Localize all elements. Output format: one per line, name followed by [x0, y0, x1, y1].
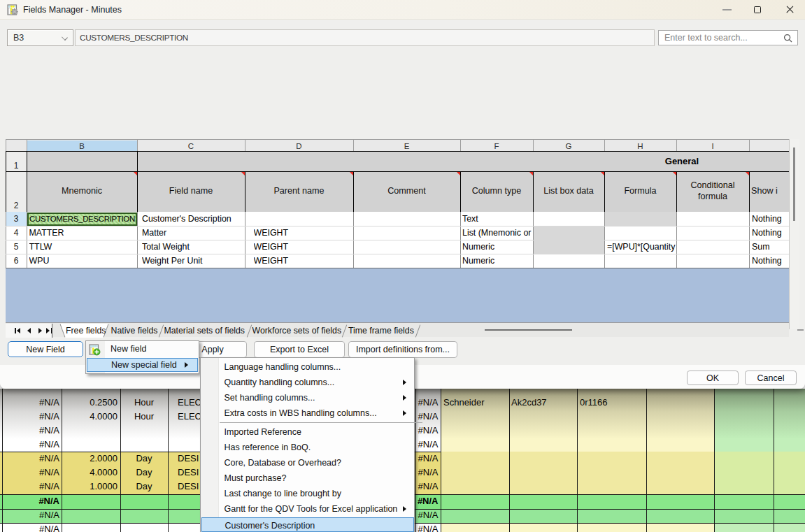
- grid-cell[interactable]: Customer's Description: [142, 212, 244, 226]
- import-definitions-button[interactable]: Import definitions from...: [348, 341, 457, 358]
- grid-empty-area: [6, 268, 789, 322]
- cell-reference-combobox[interactable]: B3: [7, 29, 73, 46]
- sheet-cell[interactable]: #N/A: [414, 508, 439, 522]
- column-header-E[interactable]: E: [353, 141, 460, 152]
- sheet-cell[interactable]: Day: [120, 480, 168, 494]
- sheet-cell[interactable]: 2.0000: [62, 452, 117, 466]
- grid-line: [6, 254, 789, 254]
- grid-cell[interactable]: Matter: [142, 226, 244, 240]
- grid-cell[interactable]: Text: [462, 212, 533, 226]
- column-header-C[interactable]: C: [137, 141, 245, 152]
- submenu-item-has-reference-in-boq[interactable]: Has reference in BoQ.: [201, 440, 413, 455]
- grid-cell[interactable]: Sum: [752, 240, 787, 254]
- sheet-cell[interactable]: #N/A: [414, 480, 439, 494]
- sheet-cell[interactable]: #N/A: [414, 466, 439, 480]
- tab-workforce-sets-of-fields[interactable]: Workforce sets of fields: [252, 324, 342, 338]
- tab-free-fields[interactable]: Free fields: [66, 324, 106, 338]
- sheet-row-band: [577, 494, 646, 509]
- menu-item-new-field[interactable]: New field: [86, 341, 199, 358]
- field-column-header: List box data: [533, 171, 604, 212]
- sheet-cell[interactable]: #N/A: [2, 508, 59, 522]
- submenu-item-last-change-to-line-brought-by[interactable]: Last change to line brought by: [201, 486, 413, 501]
- grid-cell[interactable]: TTLW: [29, 240, 136, 254]
- sheet-cell[interactable]: #N/A: [2, 522, 59, 532]
- new-field-context-menu: New field New special field: [85, 340, 199, 374]
- cancel-button[interactable]: Cancel: [745, 371, 797, 385]
- tab-time-frame-fields[interactable]: Time frame fields: [348, 324, 414, 338]
- close-button[interactable]: [782, 0, 797, 20]
- vertical-scrollbar-thumb[interactable]: [793, 148, 795, 221]
- submenu-item-set-handling-columns[interactable]: Set handling columns...: [201, 390, 413, 405]
- sheet-cell[interactable]: #N/A: [2, 452, 59, 466]
- sheet-cell[interactable]: 1.0000: [62, 480, 117, 494]
- sheet-cell[interactable]: #N/A: [414, 494, 439, 508]
- minimize-icon: [722, 9, 732, 10]
- submenu-item-language-handling-columns[interactable]: Language handling columns...: [201, 359, 413, 375]
- submenu-item-customer-s-description[interactable]: Customer's Description: [201, 517, 414, 532]
- tab-native-fields[interactable]: Native fields: [111, 324, 158, 338]
- sheet-cell[interactable]: Day: [120, 452, 168, 466]
- row-header-1[interactable]: 1: [6, 151, 27, 171]
- submenu-item-imported-reference[interactable]: Imported Reference: [201, 424, 413, 440]
- grid-cell[interactable]: WEIGHT: [254, 240, 352, 254]
- column-header-G[interactable]: G: [533, 141, 604, 152]
- grid-cell[interactable]: Nothing: [752, 226, 787, 240]
- selected-cell-b3[interactable]: CUSTOMERS_DESCRIPTION: [27, 213, 137, 227]
- sheet-row-band: [509, 494, 578, 509]
- row-header-2[interactable]: 2: [6, 171, 27, 212]
- column-header-H[interactable]: H: [604, 141, 676, 152]
- menu-item-new-special-field[interactable]: New special field: [87, 358, 198, 373]
- group-header-general: General: [612, 151, 752, 171]
- sheet-cell[interactable]: Day: [120, 466, 168, 480]
- row-header-6[interactable]: 6: [6, 254, 27, 268]
- search-input[interactable]: Enter text to search...: [658, 30, 798, 45]
- sheet-cell[interactable]: #N/A: [2, 466, 59, 480]
- column-header-F[interactable]: F: [460, 141, 533, 152]
- grid-cell[interactable]: Total Weight: [142, 240, 244, 254]
- menu-item-label: New field: [111, 341, 146, 358]
- submenu-item-must-purchase[interactable]: Must purchase?: [201, 470, 413, 486]
- submenu-item-core-database-or-overhead[interactable]: Core, Database or Overhead?: [201, 455, 413, 470]
- sheet-cell[interactable]: #N/A: [414, 452, 439, 466]
- grid-cell[interactable]: Nothing: [752, 212, 787, 226]
- formula-bar[interactable]: CUSTOMERS_DESCRIPTION: [75, 29, 655, 46]
- sheet-row-band: [577, 452, 646, 494]
- sheet-cell[interactable]: #N/A: [414, 438, 439, 452]
- sheet-cell[interactable]: #N/A: [414, 522, 439, 532]
- ok-button[interactable]: OK: [687, 371, 739, 385]
- grid-cell[interactable]: Nothing: [752, 254, 787, 268]
- sheet-cell[interactable]: #N/A: [2, 494, 59, 508]
- grid-cell[interactable]: MATTER: [29, 226, 136, 240]
- tab-navigation-buttons[interactable]: [6, 324, 52, 338]
- minimize-button[interactable]: [720, 0, 734, 20]
- grid-cell[interactable]: WEIGHT: [254, 226, 352, 240]
- grid-cell[interactable]: =[WPU]*[Quantity: [607, 240, 676, 254]
- column-header-I[interactable]: I: [676, 141, 749, 152]
- tab-material-sets-of-fields[interactable]: Material sets of fields: [164, 324, 245, 338]
- row-header-5[interactable]: 5: [6, 240, 27, 254]
- vertical-scrollbar[interactable]: [789, 139, 799, 329]
- submenu-item-quantity-handling-columns[interactable]: Quantity handling columns...: [201, 375, 413, 390]
- sheet-cell[interactable]: 4.0000: [62, 466, 117, 480]
- grid-cell[interactable]: List (Mnemonic or: [462, 226, 533, 240]
- grid-cell[interactable]: Numeric: [462, 240, 533, 254]
- column-header-D[interactable]: D: [245, 141, 353, 152]
- column-header-B[interactable]: B: [27, 141, 137, 152]
- sheet-cell[interactable]: #N/A: [2, 438, 59, 452]
- row-header-4[interactable]: 4: [6, 226, 27, 240]
- new-field-button[interactable]: New Field: [8, 341, 83, 357]
- submenu-item-gantt-for-the-qdv-tools-for-excel-application[interactable]: Gantt for the QDV Tools for Excel applic…: [201, 501, 413, 517]
- grid-line: [533, 171, 534, 212]
- horizontal-scrollbar-thumb[interactable]: [485, 329, 572, 331]
- export-to-excel-button[interactable]: Export to Excel: [254, 341, 345, 358]
- grid-cell[interactable]: WEIGHT: [254, 254, 352, 268]
- maximize-button[interactable]: [750, 0, 764, 20]
- sheet-cell[interactable]: #N/A: [2, 480, 59, 494]
- row-header-3[interactable]: 3: [6, 212, 27, 226]
- field-column-header: Mnemonic: [27, 171, 137, 212]
- submenu-arrow-icon: [403, 395, 406, 401]
- grid-cell[interactable]: Numeric: [462, 254, 533, 268]
- grid-cell[interactable]: WPU: [29, 254, 136, 268]
- submenu-item-extra-costs-in-wbs-handling-columns[interactable]: Extra costs in WBS handling columns...: [201, 405, 413, 421]
- grid-cell[interactable]: Weight Per Unit: [142, 254, 244, 268]
